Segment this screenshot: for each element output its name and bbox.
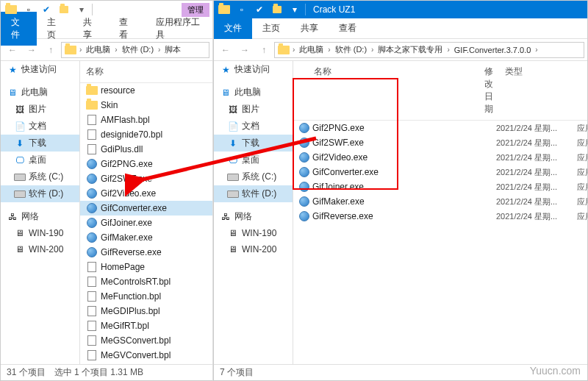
nav-drive-c[interactable]: 系统 (C:) <box>214 168 293 185</box>
qat-check-icon[interactable]: ✔ <box>252 3 267 16</box>
file-row[interactable]: GifConverter.exe2021/2/24 星期...应用程序 <box>293 165 587 179</box>
addr-folder[interactable]: 脚本 <box>162 43 184 56</box>
file-row[interactable]: Skin <box>80 98 212 113</box>
addr-drive[interactable]: 软件 (D:) <box>119 43 157 56</box>
address-bar[interactable]: › 此电脑 › 软件 (D:) › 脚本之家下载专用 › GIF.Convert… <box>274 42 584 58</box>
nav-fwd-icon[interactable]: → <box>236 41 254 59</box>
col-name[interactable]: 名称 <box>293 64 411 117</box>
nav-fwd-icon[interactable]: → <box>23 41 40 59</box>
nav-back-icon[interactable]: ← <box>4 41 21 59</box>
nav-documents[interactable]: 📄文档 <box>214 118 293 135</box>
file-name: resource <box>101 85 204 96</box>
file-row[interactable]: HomePage <box>80 260 212 274</box>
addr-dl[interactable]: 脚本之家下载专用 <box>375 43 445 56</box>
file-name: Gif2SWF.exe <box>101 174 204 184</box>
file-row[interactable]: Gif2SWF.exe2021/2/24 星期...应用程序 <box>293 135 587 150</box>
addr-thispc[interactable]: 此电脑 <box>296 43 326 56</box>
nav-downloads[interactable]: ⬇下载 <box>1 135 79 152</box>
nav-network[interactable]: 🖧网络 <box>1 208 79 225</box>
columns-left: 名称 <box>80 61 212 83</box>
nav-drive-c[interactable]: 系统 (C:) <box>1 168 79 185</box>
addr-thispc[interactable]: 此电脑 <box>83 43 113 56</box>
nav-drive-d[interactable]: 软件 (D:) <box>214 185 293 202</box>
nav-label: 快速访问 <box>21 63 57 76</box>
chevron-right-icon[interactable]: › <box>79 46 82 54</box>
nav-tree-right[interactable]: ★快速访问 🖥此电脑 🖼图片 📄文档 ⬇下载 🖵桌面 系统 (C:) 软件 (D… <box>214 61 293 364</box>
nav-w200[interactable]: 🖥WIN-200 <box>214 241 293 257</box>
file-row[interactable]: Gif2PNG.exe2021/2/24 星期...应用程序 <box>293 121 587 135</box>
nav-up-icon[interactable]: ↑ <box>255 41 273 59</box>
addr-drive[interactable]: 软件 (D:) <box>332 43 370 56</box>
documents-icon: 📄 <box>227 121 239 132</box>
file-row[interactable]: GifReverse.exe2021/2/24 星期...应用程序 <box>293 209 587 224</box>
tab-file[interactable]: 文件 <box>214 18 252 39</box>
file-row[interactable]: MeFunction.bpl <box>80 289 212 304</box>
file-list-left[interactable]: resourceSkinAMFlash.bpldesignide70.bplGd… <box>80 83 212 364</box>
file-row[interactable]: GifConverter.exe <box>80 201 212 216</box>
chevron-right-icon[interactable]: › <box>328 46 330 54</box>
file-row[interactable]: GifMaker.exe2021/2/24 星期...应用程序 <box>293 194 587 209</box>
file-icon <box>86 320 98 332</box>
chevron-right-icon[interactable]: › <box>158 46 160 54</box>
nav-thispc[interactable]: 🖥此电脑 <box>1 84 79 101</box>
file-row[interactable]: Gif2Video.exe2021/2/24 星期...应用程序 <box>293 150 587 165</box>
nav-quick[interactable]: ★快速访问 <box>214 61 293 78</box>
file-date: 2021/2/24 星期... <box>496 182 577 193</box>
col-name[interactable]: 名称 <box>80 64 212 79</box>
chevron-right-icon[interactable]: › <box>447 46 449 54</box>
file-row[interactable]: Gif2SWF.exe <box>80 171 212 186</box>
nav-documents[interactable]: 📄文档 <box>1 118 79 135</box>
nav-downloads[interactable]: ⬇下载 <box>214 135 293 152</box>
file-row[interactable]: MeGVConvert.bpl <box>80 348 212 363</box>
chevron-right-icon[interactable]: › <box>293 46 295 54</box>
tab-home[interactable]: 主页 <box>252 18 290 39</box>
chevron-right-icon[interactable]: › <box>115 46 117 54</box>
nav-pictures[interactable]: 🖼图片 <box>214 101 293 118</box>
nav-up-icon[interactable]: ↑ <box>42 41 60 59</box>
file-row[interactable]: AMFlash.bpl <box>80 113 212 127</box>
chevron-right-icon[interactable]: › <box>535 46 537 54</box>
titlebar-right: ▫ ✔ ▾ Crack UZ1 <box>214 1 587 18</box>
nav-w200[interactable]: 🖥WIN-200 <box>1 241 79 257</box>
nav-tree-left[interactable]: ★快速访问 🖥此电脑 🖼图片 📄文档 ⬇下载 🖵桌面 系统 (C:) 软件 (D… <box>1 61 80 364</box>
nav-pictures[interactable]: 🖼图片 <box>1 101 79 118</box>
nav-desktop[interactable]: 🖵桌面 <box>1 152 79 168</box>
file-row[interactable]: designide70.bpl <box>80 127 212 142</box>
file-row[interactable]: MeGSConvert.bpl <box>80 333 212 348</box>
chevron-right-icon[interactable]: › <box>371 46 373 54</box>
tab-share[interactable]: 共享 <box>290 18 329 39</box>
nav-thispc[interactable]: 🖥此电脑 <box>214 84 293 101</box>
file-row[interactable]: Gif2PNG.exe <box>80 157 212 171</box>
file-icon <box>86 276 98 288</box>
nav-drive-d[interactable]: 软件 (D:) <box>1 185 79 202</box>
status-count: 7 个项目 <box>220 366 254 379</box>
file-name: GifMaker.exe <box>101 232 204 243</box>
file-row[interactable]: GifJoiner.exe2021/2/24 星期...应用程序 <box>293 179 587 194</box>
qat-save-icon[interactable]: ▫ <box>234 3 249 16</box>
file-row[interactable]: GifMaker.exe <box>80 230 212 245</box>
file-row[interactable]: resource <box>80 83 212 98</box>
addr-app[interactable]: GIF.Converter.3.7.0.0 <box>451 45 534 55</box>
file-row[interactable]: GifReverse.exe <box>80 245 212 260</box>
nav-network[interactable]: 🖧网络 <box>214 208 293 225</box>
file-row[interactable]: MeControlsRT.bpl <box>80 274 212 289</box>
nav-w190[interactable]: 🖥WIN-190 <box>1 225 79 241</box>
address-bar[interactable]: › 此电脑 › 软件 (D:) › 脚本 <box>61 42 209 58</box>
file-row[interactable]: MeGDIPlus.bpl <box>80 304 212 318</box>
file-row[interactable]: GifJoiner.exe <box>80 216 212 230</box>
nav-quick[interactable]: ★快速访问 <box>1 61 79 78</box>
col-date[interactable]: 修改日期 <box>411 64 499 117</box>
qat-copy-icon[interactable] <box>270 3 284 16</box>
file-row[interactable]: MeGifRT.bpl <box>80 318 212 333</box>
qat-more-icon[interactable]: ▾ <box>287 3 302 16</box>
nav-back-icon[interactable]: ← <box>217 41 234 59</box>
file-list-right[interactable]: Gif2PNG.exe2021/2/24 星期...应用程序Gif2SWF.ex… <box>293 121 587 364</box>
breadcrumb-left: ← → ↑ › 此电脑 › 软件 (D:) › 脚本 <box>1 39 212 61</box>
nav-desktop[interactable]: 🖵桌面 <box>214 152 293 168</box>
nav-w190[interactable]: 🖥WIN-190 <box>214 225 293 241</box>
tab-view[interactable]: 查看 <box>329 18 367 39</box>
nav-label: 文档 <box>29 120 46 132</box>
file-row[interactable]: GdiPlus.dll <box>80 142 212 157</box>
file-row[interactable]: Gif2Video.exe <box>80 186 212 201</box>
col-type[interactable]: 类型 <box>499 64 587 117</box>
